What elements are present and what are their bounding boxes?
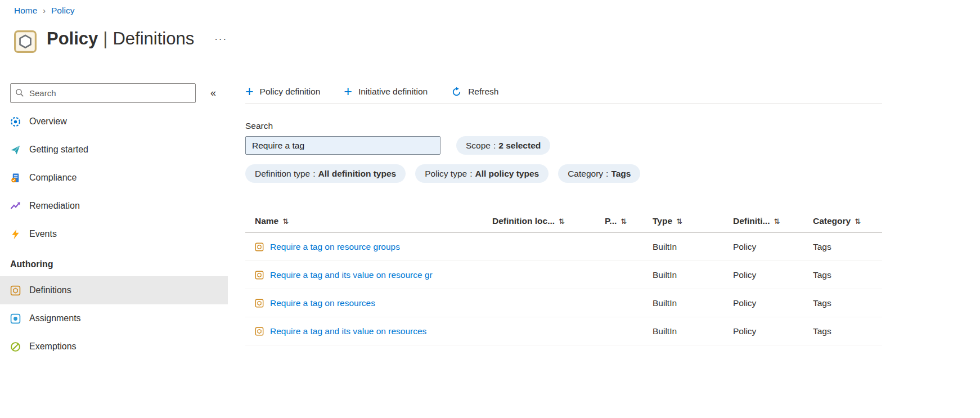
pill-value: 2 selected xyxy=(498,141,541,151)
toolbar-button-label: Initiative definition xyxy=(358,87,428,97)
events-icon xyxy=(10,229,21,240)
cell-category: Tags xyxy=(813,270,882,280)
cell-name: Require a tag on resources xyxy=(255,298,492,308)
column-header-definition-type[interactable]: Definiti... ⇅ xyxy=(733,216,813,226)
cell-type: BuiltIn xyxy=(653,242,733,252)
cell-name: Require a tag and its value on resources xyxy=(255,326,492,336)
cell-definition-type: Policy xyxy=(733,270,813,280)
toolbar-button-label: Refresh xyxy=(468,87,498,97)
policy-definition-icon xyxy=(255,242,264,251)
column-label: Name xyxy=(255,216,278,226)
sidebar-item-label: Getting started xyxy=(29,145,88,155)
breadcrumb: Home › Policy xyxy=(14,6,74,16)
search-icon xyxy=(15,88,24,97)
pill-name: Policy type xyxy=(425,169,467,179)
policy-definition-icon xyxy=(255,299,264,308)
cell-definition-type: Policy xyxy=(733,242,813,252)
cell-category: Tags xyxy=(813,326,882,336)
column-label: Category xyxy=(813,216,851,226)
filter-pill-policy-type[interactable]: Policy type : All policy types xyxy=(415,164,549,183)
cell-category: Tags xyxy=(813,242,882,252)
cell-name: Require a tag and its value on resource … xyxy=(255,270,492,280)
sidebar-section-authoring: Authoring xyxy=(0,248,236,276)
breadcrumb-link-home[interactable]: Home xyxy=(14,6,37,16)
page-header: Policy|Definitions ··· xyxy=(14,26,231,53)
pill-value: All policy types xyxy=(475,169,539,179)
sidebar-item-definitions[interactable]: Definitions xyxy=(0,276,228,304)
pill-separator: : xyxy=(493,141,496,151)
filter-pill-scope[interactable]: Scope : 2 selected xyxy=(456,136,550,155)
sidebar-search-input[interactable] xyxy=(10,83,196,103)
pill-value: All definition types xyxy=(318,169,397,179)
getting-started-icon xyxy=(10,145,21,155)
definition-name-link[interactable]: Require a tag on resource groups xyxy=(270,242,400,252)
column-header-type[interactable]: Type ⇅ xyxy=(653,216,733,226)
sidebar-item-label: Overview xyxy=(29,116,67,127)
pill-separator: : xyxy=(606,169,608,179)
table-header-row: Name ⇅ Definition loc... ⇅ P... ⇅ Type ⇅… xyxy=(245,210,882,233)
sidebar-item-label: Remediation xyxy=(29,201,80,211)
column-header-category[interactable]: Category ⇅ xyxy=(813,216,882,226)
sidebar-item-exemptions[interactable]: Exemptions xyxy=(0,332,228,361)
sidebar-item-getting-started[interactable]: Getting started xyxy=(0,136,228,164)
page-title-secondary: Definitions xyxy=(113,29,194,48)
table-row: Require a tag on resource groups BuiltIn… xyxy=(245,233,882,261)
definitions-table: Name ⇅ Definition loc... ⇅ P... ⇅ Type ⇅… xyxy=(245,210,882,345)
overview-icon xyxy=(10,116,21,127)
policy-page-icon xyxy=(14,30,37,53)
filter-row-secondary: Definition type : All definition types P… xyxy=(245,164,882,183)
sort-icon: ⇅ xyxy=(621,217,627,226)
definition-name-link[interactable]: Require a tag on resources xyxy=(270,298,375,308)
policy-definitions-page: Home › Policy Policy|Definitions ··· xyxy=(0,0,980,418)
remediation-icon xyxy=(10,201,21,212)
definition-search-input[interactable] xyxy=(245,136,440,155)
sidebar: « Overview Getting xyxy=(0,80,236,418)
pill-separator: : xyxy=(313,169,315,179)
cell-category: Tags xyxy=(813,298,882,308)
sidebar-item-events[interactable]: Events xyxy=(0,220,228,248)
table-row: Require a tag and its value on resources… xyxy=(245,317,882,345)
column-label: Definiti... xyxy=(733,216,770,226)
refresh-button[interactable]: Refresh xyxy=(451,87,498,97)
definition-name-link[interactable]: Require a tag and its value on resources xyxy=(270,326,426,336)
sidebar-item-compliance[interactable]: Compliance xyxy=(0,164,228,192)
sidebar-item-label: Definitions xyxy=(29,285,71,295)
collapse-sidebar-button[interactable]: « xyxy=(208,87,218,99)
sort-icon: ⇅ xyxy=(855,217,861,226)
sidebar-item-label: Assignments xyxy=(29,313,81,323)
sidebar-item-assignments[interactable]: Assignments xyxy=(0,304,228,332)
policy-definition-button[interactable]: + Policy definition xyxy=(245,87,320,97)
filter-pill-definition-type[interactable]: Definition type : All definition types xyxy=(245,164,406,183)
compliance-icon xyxy=(10,173,21,183)
sidebar-nav: Overview Getting started xyxy=(0,107,236,361)
sidebar-item-remediation[interactable]: Remediation xyxy=(0,192,228,220)
pill-value: Tags xyxy=(611,169,631,179)
pill-separator: : xyxy=(470,169,472,179)
definitions-icon xyxy=(10,285,21,296)
filter-pill-category[interactable]: Category : Tags xyxy=(558,164,640,183)
column-header-policies[interactable]: P... ⇅ xyxy=(605,216,653,226)
pill-name: Definition type xyxy=(255,169,310,179)
table-row: Require a tag on resources BuiltIn Polic… xyxy=(245,289,882,317)
plus-icon: + xyxy=(344,86,352,96)
sidebar-item-overview[interactable]: Overview xyxy=(0,107,228,136)
initiative-definition-button[interactable]: + Initiative definition xyxy=(344,87,428,97)
sidebar-item-label: Events xyxy=(29,229,57,239)
sort-icon: ⇅ xyxy=(676,217,682,226)
cell-definition-type: Policy xyxy=(733,326,813,336)
search-label: Search xyxy=(245,121,882,131)
column-header-definition-location[interactable]: Definition loc... ⇅ xyxy=(492,216,605,226)
plus-icon: + xyxy=(245,86,254,96)
definition-name-link[interactable]: Require a tag and its value on resource … xyxy=(270,270,433,280)
sort-icon: ⇅ xyxy=(559,217,565,226)
sidebar-search-box xyxy=(10,83,196,103)
breadcrumb-link-policy[interactable]: Policy xyxy=(51,6,74,16)
cell-type: BuiltIn xyxy=(653,298,733,308)
more-button[interactable]: ··· xyxy=(211,33,231,46)
refresh-icon xyxy=(451,87,462,97)
main-content: + Policy definition + Initiative definit… xyxy=(245,80,882,418)
page-title: Policy|Definitions xyxy=(47,26,194,51)
assignments-icon xyxy=(10,313,21,324)
column-header-name[interactable]: Name ⇅ xyxy=(255,216,492,226)
policy-definition-icon xyxy=(255,327,264,336)
